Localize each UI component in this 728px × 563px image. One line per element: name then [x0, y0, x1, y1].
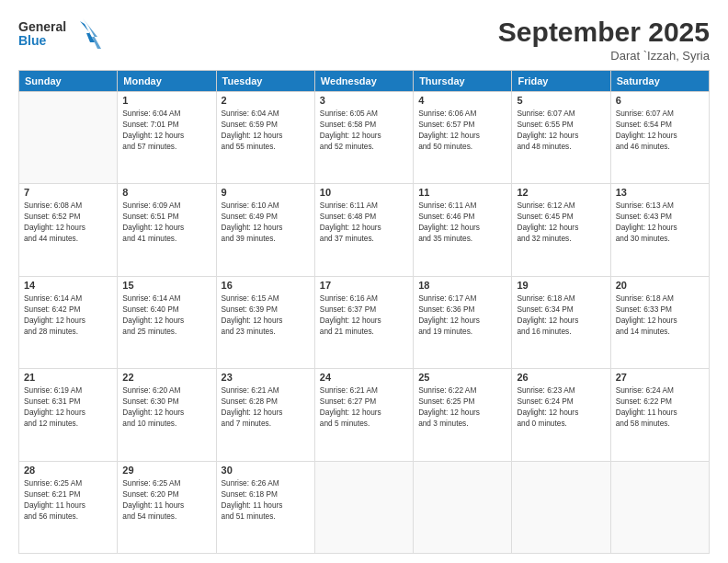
day-number: 28 [24, 465, 112, 476]
svg-marker-3 [83, 18, 101, 49]
title-block: September 2025 Darat `Izzah, Syria [498, 17, 710, 63]
day-info: Sunrise: 6:08 AM Sunset: 6:52 PM Dayligh… [24, 200, 112, 244]
calendar-cell: 22Sunrise: 6:20 AM Sunset: 6:30 PM Dayli… [118, 369, 216, 461]
calendar-cell: 27Sunrise: 6:24 AM Sunset: 6:22 PM Dayli… [610, 369, 709, 461]
day-info: Sunrise: 6:18 AM Sunset: 6:33 PM Dayligh… [616, 293, 704, 337]
day-info: Sunrise: 6:19 AM Sunset: 6:31 PM Dayligh… [24, 385, 112, 429]
day-info: Sunrise: 6:21 AM Sunset: 6:28 PM Dayligh… [222, 385, 310, 429]
day-number: 18 [418, 280, 506, 291]
month-title: September 2025 [498, 17, 710, 48]
calendar-cell: 28Sunrise: 6:25 AM Sunset: 6:21 PM Dayli… [19, 461, 118, 553]
calendar-cell [512, 461, 610, 553]
day-number: 20 [616, 280, 704, 291]
calendar-cell: 16Sunrise: 6:15 AM Sunset: 6:39 PM Dayli… [216, 276, 314, 368]
calendar-header-tuesday: Tuesday [216, 71, 314, 92]
day-number: 13 [616, 187, 704, 198]
day-number: 24 [320, 372, 408, 383]
calendar-cell: 9Sunrise: 6:10 AM Sunset: 6:49 PM Daylig… [216, 184, 314, 276]
calendar-header-wednesday: Wednesday [314, 71, 413, 92]
calendar-week-1: 1Sunrise: 6:04 AM Sunset: 7:01 PM Daylig… [19, 92, 710, 184]
day-number: 4 [418, 95, 506, 106]
day-number: 21 [24, 372, 112, 383]
day-number: 7 [24, 187, 112, 198]
day-number: 19 [517, 280, 605, 291]
day-number: 1 [122, 95, 210, 106]
day-info: Sunrise: 6:09 AM Sunset: 6:51 PM Dayligh… [122, 200, 210, 244]
day-info: Sunrise: 6:25 AM Sunset: 6:20 PM Dayligh… [122, 477, 210, 522]
calendar-week-5: 28Sunrise: 6:25 AM Sunset: 6:21 PM Dayli… [19, 461, 710, 553]
day-number: 23 [222, 372, 310, 383]
calendar-cell: 15Sunrise: 6:14 AM Sunset: 6:40 PM Dayli… [118, 276, 216, 368]
calendar-cell: 30Sunrise: 6:26 AM Sunset: 6:18 PM Dayli… [216, 461, 314, 553]
day-info: Sunrise: 6:11 AM Sunset: 6:48 PM Dayligh… [320, 200, 408, 244]
day-number: 26 [517, 372, 605, 383]
day-number: 12 [517, 187, 605, 198]
day-number: 6 [616, 95, 704, 106]
calendar-cell: 29Sunrise: 6:25 AM Sunset: 6:20 PM Dayli… [118, 461, 216, 553]
calendar-header-saturday: Saturday [610, 71, 709, 92]
logo: General Blue [18, 17, 101, 55]
day-info: Sunrise: 6:24 AM Sunset: 6:22 PM Dayligh… [616, 385, 704, 429]
calendar-cell: 1Sunrise: 6:04 AM Sunset: 7:01 PM Daylig… [118, 92, 216, 184]
location-subtitle: Darat `Izzah, Syria [498, 49, 710, 63]
svg-text:Blue: Blue [18, 33, 47, 48]
calendar-cell: 7Sunrise: 6:08 AM Sunset: 6:52 PM Daylig… [19, 184, 118, 276]
day-info: Sunrise: 6:12 AM Sunset: 6:45 PM Dayligh… [517, 200, 605, 244]
day-number: 17 [320, 280, 408, 291]
calendar-week-2: 7Sunrise: 6:08 AM Sunset: 6:52 PM Daylig… [19, 184, 710, 276]
day-info: Sunrise: 6:23 AM Sunset: 6:24 PM Dayligh… [517, 385, 605, 429]
page: General Blue September 2025 Darat `Izzah… [0, 0, 728, 563]
day-number: 30 [222, 465, 310, 476]
calendar-cell: 13Sunrise: 6:13 AM Sunset: 6:43 PM Dayli… [610, 184, 709, 276]
calendar-cell: 19Sunrise: 6:18 AM Sunset: 6:34 PM Dayli… [512, 276, 610, 368]
day-info: Sunrise: 6:17 AM Sunset: 6:36 PM Dayligh… [418, 293, 506, 337]
day-number: 10 [320, 187, 408, 198]
day-number: 27 [616, 372, 704, 383]
day-info: Sunrise: 6:07 AM Sunset: 6:54 PM Dayligh… [616, 108, 704, 152]
day-number: 11 [418, 187, 506, 198]
day-info: Sunrise: 6:15 AM Sunset: 6:39 PM Dayligh… [222, 293, 310, 337]
day-info: Sunrise: 6:06 AM Sunset: 6:57 PM Dayligh… [418, 108, 506, 152]
svg-text:General: General [18, 19, 66, 34]
calendar-cell: 17Sunrise: 6:16 AM Sunset: 6:37 PM Dayli… [314, 276, 413, 368]
day-number: 14 [24, 280, 112, 291]
day-info: Sunrise: 6:04 AM Sunset: 6:59 PM Dayligh… [222, 108, 310, 152]
calendar-cell: 6Sunrise: 6:07 AM Sunset: 6:54 PM Daylig… [610, 92, 709, 184]
day-info: Sunrise: 6:18 AM Sunset: 6:34 PM Dayligh… [517, 293, 605, 337]
day-number: 8 [122, 187, 210, 198]
calendar-cell: 21Sunrise: 6:19 AM Sunset: 6:31 PM Dayli… [19, 369, 118, 461]
calendar-week-4: 21Sunrise: 6:19 AM Sunset: 6:31 PM Dayli… [19, 369, 710, 461]
day-info: Sunrise: 6:25 AM Sunset: 6:21 PM Dayligh… [24, 477, 112, 522]
day-number: 3 [320, 95, 408, 106]
calendar-cell: 12Sunrise: 6:12 AM Sunset: 6:45 PM Dayli… [512, 184, 610, 276]
calendar-header-sunday: Sunday [19, 71, 118, 92]
day-info: Sunrise: 6:20 AM Sunset: 6:30 PM Dayligh… [122, 385, 210, 429]
calendar-cell [19, 92, 118, 184]
day-info: Sunrise: 6:13 AM Sunset: 6:43 PM Dayligh… [616, 200, 704, 244]
calendar-table: SundayMondayTuesdayWednesdayThursdayFrid… [18, 70, 710, 554]
calendar-cell: 5Sunrise: 6:07 AM Sunset: 6:55 PM Daylig… [512, 92, 610, 184]
calendar-week-3: 14Sunrise: 6:14 AM Sunset: 6:42 PM Dayli… [19, 276, 710, 368]
day-number: 5 [517, 95, 605, 106]
day-info: Sunrise: 6:10 AM Sunset: 6:49 PM Dayligh… [222, 200, 310, 244]
day-info: Sunrise: 6:05 AM Sunset: 6:58 PM Dayligh… [320, 108, 408, 152]
day-number: 2 [222, 95, 310, 106]
calendar-cell: 14Sunrise: 6:14 AM Sunset: 6:42 PM Dayli… [19, 276, 118, 368]
day-info: Sunrise: 6:14 AM Sunset: 6:40 PM Dayligh… [122, 293, 210, 337]
day-number: 29 [122, 465, 210, 476]
day-info: Sunrise: 6:14 AM Sunset: 6:42 PM Dayligh… [24, 293, 112, 337]
day-info: Sunrise: 6:16 AM Sunset: 6:37 PM Dayligh… [320, 293, 408, 337]
day-info: Sunrise: 6:07 AM Sunset: 6:55 PM Dayligh… [517, 108, 605, 152]
day-number: 15 [122, 280, 210, 291]
calendar-cell: 2Sunrise: 6:04 AM Sunset: 6:59 PM Daylig… [216, 92, 314, 184]
calendar-cell: 26Sunrise: 6:23 AM Sunset: 6:24 PM Dayli… [512, 369, 610, 461]
calendar-cell [610, 461, 709, 553]
calendar-header-thursday: Thursday [414, 71, 512, 92]
calendar-cell: 20Sunrise: 6:18 AM Sunset: 6:33 PM Dayli… [610, 276, 709, 368]
day-info: Sunrise: 6:11 AM Sunset: 6:46 PM Dayligh… [418, 200, 506, 244]
day-info: Sunrise: 6:26 AM Sunset: 6:18 PM Dayligh… [222, 477, 310, 522]
header: General Blue September 2025 Darat `Izzah… [18, 17, 710, 63]
day-info: Sunrise: 6:22 AM Sunset: 6:25 PM Dayligh… [418, 385, 506, 429]
calendar-header-monday: Monday [118, 71, 216, 92]
day-number: 25 [418, 372, 506, 383]
